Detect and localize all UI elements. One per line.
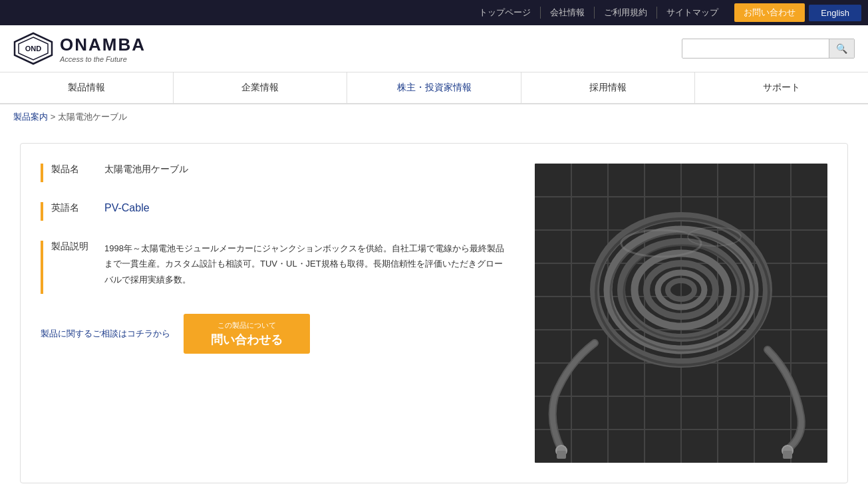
- product-name-row: 製品名 太陽電池用ケーブル: [41, 164, 508, 182]
- header: OND ONAMBA Access to the Future 🔍: [0, 25, 868, 72]
- nav-terms[interactable]: ご利用規約: [594, 7, 656, 19]
- english-name-row: 英語名 PV-Cable: [41, 202, 508, 221]
- nav-top-page[interactable]: トップページ: [470, 7, 540, 19]
- breadcrumb-current: 太陽電池ケーブル: [58, 112, 127, 122]
- description-value: 1998年～太陽電池モジュールメーカーにジャンクションボックスを供給。自社工場で…: [104, 241, 508, 287]
- description-label: 製品説明: [51, 241, 104, 253]
- search-input[interactable]: [682, 40, 829, 58]
- product-image: [535, 164, 827, 463]
- product-name-value: 太陽電池用ケーブル: [104, 164, 508, 176]
- product-info: 製品名 太陽電池用ケーブル 英語名 PV-Cable 製品説明 1998年～太陽…: [41, 164, 508, 463]
- svg-rect-33: [557, 451, 566, 459]
- svg-rect-31: [783, 451, 792, 459]
- svg-text:OND: OND: [25, 45, 42, 53]
- inquiry-sub-text: この製品について: [217, 320, 276, 330]
- logo-name: ONAMBA: [60, 35, 146, 55]
- nav-investors[interactable]: 株主・投資家情報: [347, 72, 521, 103]
- contact-label: 製品に関するご相談はコチラから: [41, 328, 170, 340]
- nav-support[interactable]: サポート: [695, 72, 868, 103]
- breadcrumb-home[interactable]: 製品案内: [13, 112, 48, 122]
- top-bar: トップページ 会社情報 ご利用規約 サイトマップ お問い合わせ English: [0, 0, 868, 25]
- inquiry-button[interactable]: この製品について 問い合わせる: [184, 314, 310, 354]
- nav-company[interactable]: 企業情報: [174, 72, 347, 103]
- logo-tagline: Access to the Future: [60, 55, 146, 63]
- main-nav: 製品情報 企業情報 株主・投資家情報 採用情報 サポート: [0, 72, 868, 104]
- contact-row: 製品に関するご相談はコチラから この製品について 問い合わせる: [41, 314, 508, 354]
- product-image-area: [535, 164, 827, 463]
- cable-image-svg: [535, 164, 827, 463]
- logo-area: OND ONAMBA Access to the Future: [13, 32, 146, 65]
- english-button[interactable]: English: [809, 5, 861, 21]
- breadcrumb: 製品案内 > 太陽電池ケーブル: [0, 104, 868, 130]
- description-row: 製品説明 1998年～太陽電池モジュールメーカーにジャンクションボックスを供給。…: [41, 241, 508, 294]
- nav-company-info[interactable]: 会社情報: [540, 7, 594, 19]
- nav-recruitment[interactable]: 採用情報: [521, 72, 695, 103]
- logo-icon: OND: [13, 32, 53, 65]
- contact-button[interactable]: お問い合わせ: [734, 3, 805, 22]
- english-name-label: 英語名: [51, 202, 104, 214]
- english-name-value: PV-Cable: [104, 202, 508, 214]
- product-card: 製品名 太陽電池用ケーブル 英語名 PV-Cable 製品説明 1998年～太陽…: [20, 143, 848, 483]
- search-area: 🔍: [682, 39, 855, 59]
- inquiry-main-text: 問い合わせる: [211, 332, 283, 348]
- search-button[interactable]: 🔍: [829, 39, 854, 58]
- nav-sitemap[interactable]: サイトマップ: [656, 7, 728, 19]
- nav-products[interactable]: 製品情報: [0, 72, 174, 103]
- logo-text: ONAMBA Access to the Future: [60, 35, 146, 63]
- product-name-label: 製品名: [51, 164, 104, 176]
- breadcrumb-separator: >: [51, 112, 58, 122]
- content: 製品名 太陽電池用ケーブル 英語名 PV-Cable 製品説明 1998年～太陽…: [0, 130, 868, 492]
